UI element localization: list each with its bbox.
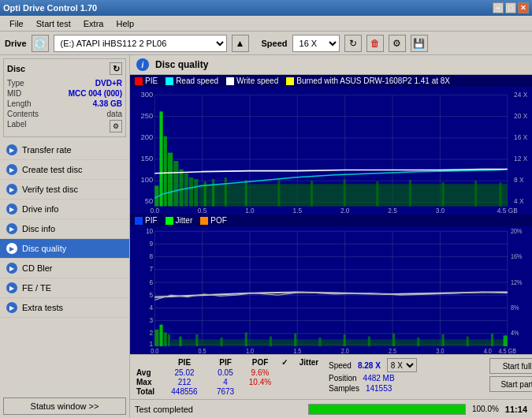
svg-rect-103: [179, 337, 181, 346]
total-label: Total: [136, 387, 160, 396]
progress-percent: 100.0%: [472, 405, 499, 413]
read-speed-legend-label: Read speed: [176, 77, 218, 85]
disc-type-value: DVD+R: [95, 79, 122, 88]
sidebar-item-transfer-rate[interactable]: ▶ Transfer rate: [0, 140, 129, 160]
status-window-button[interactable]: Status window >>: [3, 397, 126, 415]
main-panel: i Disc quality PIE Read speed Write spee…: [130, 55, 532, 418]
sidebar-item-cd-bler[interactable]: ▶ CD Bler: [0, 259, 129, 278]
pof-legend-label: POF: [210, 216, 227, 225]
jitter-legend-label: Jitter: [176, 216, 193, 225]
total-pif: 7673: [209, 387, 242, 396]
disc-info-icon: ▶: [6, 223, 17, 234]
sidebar-item-disc-quality[interactable]: ▶ Disc quality: [0, 239, 129, 259]
menu-extra[interactable]: Extra: [77, 17, 110, 30]
stats-header-row: PIE PIF POF ✓ Jitter: [136, 358, 326, 367]
svg-text:200: 200: [141, 133, 154, 141]
drive-select[interactable]: (E:) ATAPI iHBS112 2 PL06: [54, 35, 227, 52]
svg-text:150: 150: [141, 155, 154, 162]
stats-panel: PIE PIF POF ✓ Jitter Avg 25.02 0.05 9.6%: [130, 354, 532, 399]
svg-rect-41: [189, 177, 193, 207]
svg-text:0.5: 0.5: [198, 207, 207, 215]
sidebar-item-create-test-disc[interactable]: ▶ Create test disc: [0, 160, 129, 180]
create-test-disc-icon: ▶: [6, 164, 17, 175]
speed-select[interactable]: 16 X: [292, 35, 340, 52]
sidebar-item-drive-info[interactable]: ▶ Drive info: [0, 200, 129, 219]
burned-with-legend-label: Burned with ASUS DRW-1608P2 1.41 at 8X: [296, 77, 450, 85]
disc-contents-label: Contents: [7, 110, 39, 118]
speed-stat-select[interactable]: 8 X: [387, 358, 417, 372]
svg-rect-101: [168, 334, 170, 346]
max-pof: 10.4%: [244, 378, 277, 386]
disc-mid-value: MCC 004 (000): [69, 89, 122, 98]
svg-text:4.5 GB: 4.5 GB: [497, 207, 518, 215]
action-buttons: Start full Start part: [489, 358, 532, 392]
close-button[interactable]: ✕: [518, 2, 529, 13]
svg-rect-40: [184, 174, 188, 207]
svg-rect-35: [159, 111, 162, 206]
sidebar-item-disc-info[interactable]: ▶ Disc info: [0, 219, 129, 239]
charts-area: PIE Read speed Write speed Burned with A…: [130, 75, 532, 354]
stats-check: ✓: [278, 358, 291, 367]
svg-rect-115: [467, 337, 469, 346]
svg-rect-55: [499, 182, 501, 206]
svg-text:5: 5: [150, 290, 154, 299]
chart1-container: 300 250 200 150 100 50 0.0 0.5 1.0 1.5 2…: [130, 87, 532, 215]
time-display: 11:14: [505, 405, 527, 414]
start-part-button[interactable]: Start part: [489, 376, 532, 392]
legend-pie: PIE: [135, 77, 158, 85]
stats-total-row: Total 448556 7673: [136, 387, 326, 396]
svg-text:20%: 20%: [511, 227, 523, 235]
menu-start-test[interactable]: Start test: [30, 17, 77, 30]
svg-text:0.5: 0.5: [199, 347, 207, 354]
chart2-svg: 10 9 8 7 6 5 4 3 2 1 0.0 0.5 1.0 1.5 2.0: [130, 226, 532, 354]
maximize-button[interactable]: □: [505, 2, 516, 13]
settings-button[interactable]: ⚙: [389, 35, 406, 52]
drive-info-icon: ▶: [6, 203, 17, 215]
svg-text:2: 2: [150, 329, 154, 338]
svg-text:10: 10: [146, 226, 153, 235]
chart1-svg: 300 250 200 150 100 50 0.0 0.5 1.0 1.5 2…: [130, 87, 532, 215]
svg-text:2.0: 2.0: [341, 347, 350, 354]
disc-quality-icon: ▶: [6, 243, 17, 254]
menu-help[interactable]: Help: [110, 17, 140, 30]
disc-panel-header: Disc ↻: [7, 62, 122, 75]
minimize-button[interactable]: −: [493, 2, 504, 13]
sidebar: Disc ↻ Type DVD+R MID MCC 004 (000) Leng…: [0, 55, 130, 418]
extra-tests-label: Extra tests: [22, 303, 63, 312]
drive-info-label: Drive info: [22, 204, 58, 214]
samples-label: Samples: [329, 384, 359, 393]
erase-button[interactable]: 🗑: [366, 35, 384, 52]
progress-bar-fill: [309, 405, 465, 414]
svg-text:1.5: 1.5: [293, 347, 302, 354]
disc-quality-header: i Disc quality: [130, 55, 532, 75]
svg-text:8 X: 8 X: [514, 176, 524, 184]
total-pie: 448556: [162, 387, 207, 396]
save-button[interactable]: 💾: [411, 35, 428, 52]
sidebar-item-verify-test-disc[interactable]: ▶ Verify test disc: [0, 180, 129, 200]
sidebar-item-extra-tests[interactable]: ▶ Extra tests: [0, 298, 129, 318]
avg-pif: 0.05: [209, 368, 242, 377]
pif-legend-label: PIF: [145, 216, 158, 225]
svg-text:1.5: 1.5: [293, 207, 303, 215]
pif-legend-color: [135, 217, 143, 225]
svg-rect-108: [294, 334, 296, 346]
jitter-legend-color: [166, 217, 173, 225]
disc-refresh-button[interactable]: ↻: [110, 62, 122, 75]
menu-file[interactable]: File: [3, 17, 30, 30]
start-full-button[interactable]: Start full: [489, 358, 532, 374]
speed-stat-value: 8.28 X: [358, 361, 381, 370]
svg-rect-53: [442, 182, 445, 206]
svg-text:6: 6: [150, 278, 154, 286]
refresh-button[interactable]: ↻: [344, 35, 362, 52]
svg-rect-49: [311, 181, 313, 206]
bottom-bar: Test completed 100.0% 11:14: [130, 399, 532, 418]
disc-mid-label: MID: [7, 89, 21, 98]
svg-rect-116: [491, 334, 493, 346]
svg-text:0.0: 0.0: [150, 207, 159, 215]
sidebar-item-fe-te[interactable]: ▶ FE / TE: [0, 278, 129, 298]
drive-eject-button[interactable]: ▲: [232, 35, 249, 52]
disc-label-icon[interactable]: ⚙: [110, 120, 122, 132]
extra-tests-icon: ▶: [6, 302, 17, 313]
disc-length-row: Length 4.38 GB: [7, 99, 122, 109]
main-content: Disc ↻ Type DVD+R MID MCC 004 (000) Leng…: [0, 55, 532, 418]
